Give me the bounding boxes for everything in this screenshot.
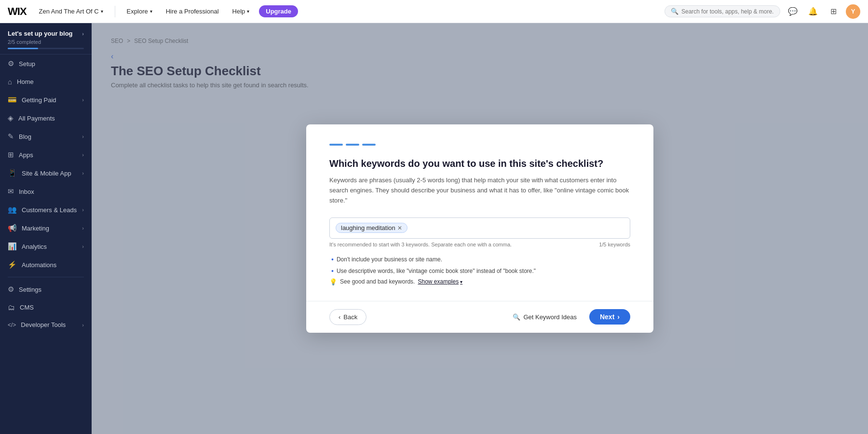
topnav-right: 🔍 💬 🔔 ⊞ Y [665,4,860,19]
sidebar-item-label: CMS [20,304,34,311]
sidebar-item-blog[interactable]: ✎ Blog › [0,127,92,146]
sidebar-item-label: Analytics [22,243,47,250]
sidebar-item-home[interactable]: ⌂ Home [0,73,92,91]
automations-icon: ⚡ [8,260,17,269]
keyword-tag: laughing meditation ✕ [336,223,407,233]
sidebar-item-analytics[interactable]: 📊 Analytics › [0,237,92,256]
step-dot-3 [362,144,376,146]
customers-icon: 👥 [8,205,17,214]
site-selector[interactable]: Zen And The Art Of C ▾ [35,6,107,17]
payments-icon: ◈ [8,114,14,122]
inbox-icon: ✉ [8,187,14,196]
keyword-tip-2: Use descriptive words, like "vintage com… [331,267,630,275]
explore-menu[interactable]: Explore ▾ [123,6,156,17]
apps-icon: ⊞ [8,150,14,159]
sidebar-item-label: Developer Tools [21,321,66,328]
chevron-icon: › [82,97,84,103]
sidebar-item-site-mobile-app[interactable]: 📱 Site & Mobile App › [0,164,92,182]
chevron-icon: › [82,152,84,158]
sidebar-setup-chevron-icon: › [82,31,84,37]
messages-icon[interactable]: 💬 [785,4,800,19]
modal-footer-right: 🔍 Get Keyword Ideas Next › [508,309,630,325]
upgrade-button[interactable]: Upgrade [259,5,298,17]
notifications-icon[interactable]: 🔔 [805,4,821,19]
sidebar-item-automations[interactable]: ⚡ Automations [0,256,92,274]
keyword-count: 1/5 keywords [599,242,630,247]
sidebar-item-setup[interactable]: ⚙ Setup [0,54,92,73]
sidebar-item-customers-leads[interactable]: 👥 Customers & Leads › [0,201,92,219]
avatar[interactable]: Y [846,4,860,19]
next-button[interactable]: Next › [589,309,630,325]
keyword-tag-close[interactable]: ✕ [397,225,402,231]
sidebar-item-settings[interactable]: ⚙ Settings [0,280,92,298]
sidebar-item-cms[interactable]: 🗂 CMS [0,298,92,316]
sidebar-item-inbox[interactable]: ✉ Inbox [0,182,92,201]
modal-description: Keywords are phrases (usually 2-5 words … [329,176,630,205]
sidebar-item-developer-tools[interactable]: </> Developer Tools › [0,316,92,333]
next-button-label: Next [600,313,614,321]
chevron-icon: › [82,170,84,176]
developer-tools-icon: </> [8,322,16,328]
modal-body: Which keywords do you want to use in thi… [306,124,653,301]
settings-icon: ⚙ [8,285,14,294]
help-label: Help [232,8,245,15]
sidebar-progress-fill [8,48,38,49]
back-button[interactable]: ‹ Back [329,309,366,325]
analytics-icon: 📊 [8,242,17,251]
sidebar-item-label: Automations [22,261,56,269]
keyword-ideas-button[interactable]: 🔍 Get Keyword Ideas [508,311,582,324]
chevron-icon: › [82,322,84,328]
sidebar-item-label: Site & Mobile App [22,170,71,177]
next-arrow-icon: › [617,313,620,321]
setup-icon: ⚙ [8,59,14,68]
modal-overlay: Which keywords do you want to use in thi… [92,23,868,434]
sidebar-item-label: All Payments [18,115,55,122]
chevron-icon: › [82,225,84,231]
main-layout: Let's set up your blog › 2/5 completed ⚙… [0,23,868,434]
keyword-tip-1: Don't include your business or site name… [331,255,630,264]
sidebar-item-label: Getting Paid [22,96,56,104]
sidebar-item-label: Home [17,78,34,85]
examples-link-text: Show examples [418,278,459,285]
nav-divider-1 [115,6,115,17]
sidebar-item-label: Apps [19,151,33,159]
step-dot-1 [329,144,343,146]
hire-professional-link[interactable]: Hire a Professional [162,6,223,17]
sidebar-item-apps[interactable]: ⊞ Apps › [0,146,92,164]
show-examples-link[interactable]: Show examples ▾ [418,278,462,285]
search-icon: 🔍 [671,8,678,15]
chevron-icon: › [82,134,84,139]
sidebar-setup-title: Let's set up your blog › [8,30,84,37]
keyword-tag-text: laughing meditation [341,224,395,231]
modal-footer: ‹ Back 🔍 Get Keyword Ideas Next › [306,301,653,333]
sidebar-item-all-payments[interactable]: ◈ All Payments [0,109,92,127]
search-input[interactable] [681,8,774,15]
help-menu[interactable]: Help ▾ [229,6,254,17]
sidebar-item-label: Customers & Leads [22,206,77,214]
keywords-modal: Which keywords do you want to use in thi… [306,124,653,333]
sidebar-item-marketing[interactable]: 📢 Marketing › [0,219,92,237]
examples-chevron-icon: ▾ [460,279,462,285]
step-dot-2 [346,144,359,146]
sidebar-divider [8,277,84,277]
home-icon: ⌂ [8,78,12,86]
keyword-input-box[interactable]: laughing meditation ✕ [329,217,630,239]
keyword-hint-row: It's recommended to start with 3 keyword… [329,242,630,247]
site-name: Zen And The Art Of C [39,8,99,15]
keyword-hint: It's recommended to start with 3 keyword… [329,242,512,247]
keyword-ideas-label: Get Keyword Ideas [523,313,577,321]
sidebar-header: Let's set up your blog › 2/5 completed [0,23,92,54]
step-dots [329,144,630,146]
chevron-icon: › [82,207,84,213]
explore-label: Explore [127,8,148,15]
global-search[interactable]: 🔍 [665,5,780,17]
sidebar-progress-bar [8,48,84,49]
help-chevron-icon: ▾ [247,9,249,14]
keyword-ideas-icon: 🔍 [513,313,520,321]
topnav: WIX Zen And The Art Of C ▾ Explore ▾ Hir… [0,0,868,23]
examples-prefix-text: See good and bad keywords. [340,278,415,285]
chevron-icon: › [82,244,84,249]
hire-label: Hire a Professional [166,8,219,15]
apps-icon[interactable]: ⊞ [826,4,841,19]
sidebar-item-getting-paid[interactable]: 💳 Getting Paid › [0,91,92,109]
